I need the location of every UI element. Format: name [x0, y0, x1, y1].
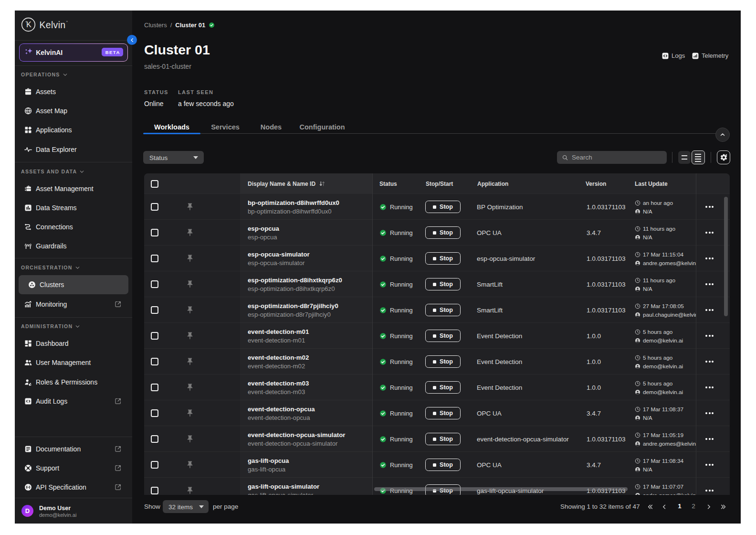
svg-text:K: K	[26, 20, 31, 29]
